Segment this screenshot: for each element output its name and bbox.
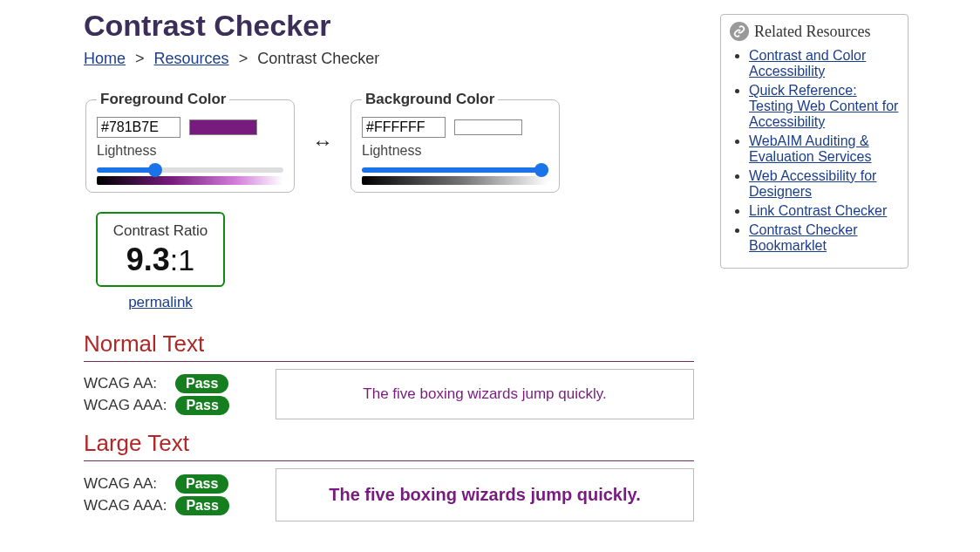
- foreground-lightness-slider[interactable]: [97, 167, 283, 173]
- list-item: Web Accessibility for Designers: [749, 168, 899, 200]
- list-item: Contrast and Color Accessibility: [749, 48, 899, 79]
- breadcrumb-current: Contrast Checker: [257, 50, 379, 67]
- breadcrumb: Home > Resources > Contrast Checker: [84, 50, 694, 68]
- large-aa-label: WCAG AA:: [84, 475, 167, 493]
- contrast-ratio-suffix: :1: [170, 243, 194, 276]
- normal-sample-text: The five boxing wizards jump quickly.: [363, 385, 606, 402]
- list-item: Quick Reference: Testing Web Content for…: [749, 83, 899, 130]
- list-item: Link Contrast Checker: [749, 203, 899, 219]
- sidebar-header: Related Resources: [730, 22, 899, 41]
- normal-aa-result: Pass: [175, 374, 228, 393]
- foreground-fieldset: Foreground Color Lightness: [85, 91, 295, 193]
- normal-sample-box[interactable]: The five boxing wizards jump quickly.: [276, 369, 694, 419]
- breadcrumb-sep: >: [239, 50, 248, 67]
- foreground-lightness-label: Lightness: [97, 143, 283, 159]
- related-resources-sidebar: Related Resources Contrast and Color Acc…: [720, 14, 909, 269]
- normal-aa-label: WCAG AA:: [84, 375, 167, 392]
- breadcrumb-resources[interactable]: Resources: [154, 50, 229, 67]
- background-fieldset: Background Color Lightness: [350, 91, 560, 193]
- normal-aaa-label: WCAG AAA:: [84, 397, 167, 414]
- foreground-hex-input[interactable]: [97, 117, 180, 138]
- large-aa-result: Pass: [175, 474, 228, 494]
- normal-aaa-result: Pass: [175, 396, 228, 415]
- link-icon: [730, 22, 749, 41]
- sidebar-link[interactable]: Contrast and Color Accessibility: [749, 48, 866, 78]
- foreground-legend: Foreground Color: [97, 91, 229, 108]
- sidebar-link[interactable]: Link Contrast Checker: [749, 203, 887, 218]
- background-lightness-slider[interactable]: [362, 167, 548, 173]
- large-sample-text: The five boxing wizards jump quickly.: [329, 485, 640, 504]
- permalink-link[interactable]: permalink: [128, 294, 193, 311]
- foreground-swatch[interactable]: [189, 119, 257, 135]
- breadcrumb-home[interactable]: Home: [84, 50, 126, 67]
- background-legend: Background Color: [362, 91, 498, 108]
- background-swatch[interactable]: [454, 119, 522, 135]
- list-item: Contrast Checker Bookmarklet: [749, 222, 899, 254]
- sidebar-title: Related Resources: [754, 23, 870, 41]
- list-item: WebAIM Auditing & Evaluation Services: [749, 133, 899, 165]
- foreground-gradient-bar: [97, 176, 283, 185]
- background-gradient-bar: [362, 176, 548, 185]
- normal-text-heading: Normal Text: [84, 331, 694, 362]
- background-lightness-label: Lightness: [362, 143, 548, 159]
- large-sample-box[interactable]: The five boxing wizards jump quickly.: [276, 468, 694, 521]
- page-title: Contrast Checker: [84, 9, 694, 43]
- contrast-ratio-box: Contrast Ratio 9.3:1: [96, 212, 226, 287]
- large-text-heading: Large Text: [84, 430, 694, 461]
- contrast-ratio-number: 9.3: [126, 242, 170, 277]
- contrast-ratio-title: Contrast Ratio: [113, 222, 208, 240]
- sidebar-link[interactable]: WebAIM Auditing & Evaluation Services: [749, 133, 872, 164]
- background-hex-input[interactable]: [362, 117, 446, 138]
- sidebar-link[interactable]: Web Accessibility for Designers: [749, 168, 876, 199]
- contrast-ratio-value: 9.3:1: [113, 242, 208, 278]
- sidebar-link[interactable]: Contrast Checker Bookmarklet: [749, 222, 858, 253]
- sidebar-link[interactable]: Quick Reference: Testing Web Content for…: [749, 83, 898, 129]
- breadcrumb-sep: >: [135, 50, 145, 67]
- large-aaa-label: WCAG AAA:: [84, 497, 167, 515]
- large-aaa-result: Pass: [175, 496, 228, 515]
- swap-colors-button[interactable]: ↔: [312, 130, 333, 154]
